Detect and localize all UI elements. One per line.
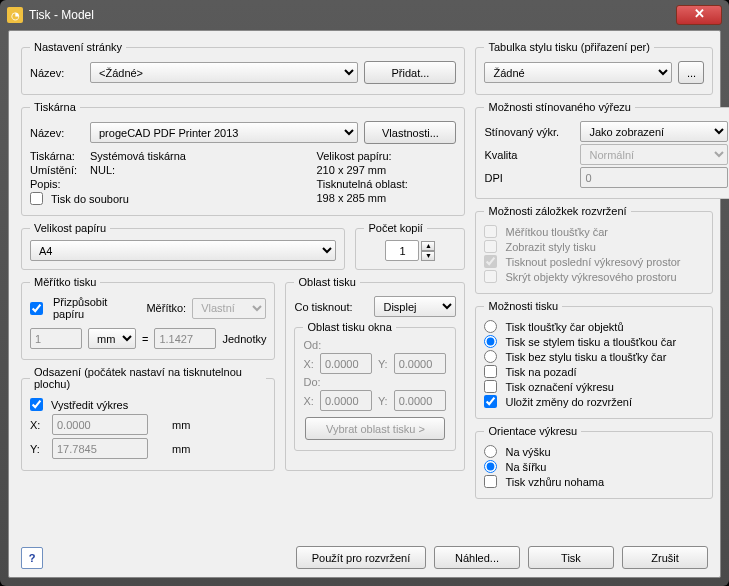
input-y1 — [394, 353, 446, 374]
legend-scale: Měřítko tisku — [30, 276, 100, 288]
printer-properties-button[interactable]: Vlastnosti... — [364, 121, 456, 144]
checkbox-upside-down[interactable] — [484, 475, 497, 488]
legend-copies: Počet kopií — [364, 222, 426, 234]
input-dpi — [580, 167, 728, 188]
add-page-button[interactable]: Přidat... — [364, 61, 456, 84]
label-offset-y: Y: — [30, 443, 46, 455]
checkbox-save-changes[interactable] — [484, 395, 497, 408]
checkbox-print-last — [484, 255, 497, 268]
label-printable-area: Tisknutelná oblast: — [316, 178, 407, 190]
legend-plot-options: Možnosti tisku — [484, 300, 562, 312]
label-paper-size: Velikost papíru: — [316, 150, 391, 162]
label-shadeplot: Stínovaný výkr. — [484, 126, 574, 138]
checkbox-fit-paper[interactable] — [30, 302, 43, 315]
label-printer: Tiskárna: — [30, 150, 84, 162]
select-scale: Vlastní — [192, 298, 266, 319]
titlebar[interactable]: ◔ Tisk - Model ✕ — [1, 1, 728, 29]
legend-paper-size: Velikost papíru — [30, 222, 110, 234]
input-offset-y — [52, 438, 148, 459]
checkbox-show-styles — [484, 240, 497, 253]
value-location: NUL: — [90, 164, 115, 176]
label-what-print: Co tisknout: — [294, 301, 352, 313]
group-paper-size: Velikost papíru A4 — [21, 222, 345, 270]
label-desc: Popis: — [30, 178, 84, 190]
input-x1 — [320, 353, 372, 374]
checkbox-stamp[interactable] — [484, 380, 497, 393]
radio-portrait[interactable] — [484, 445, 497, 458]
legend-style-table: Tabulka stylu tisku (přiřazení per) — [484, 41, 653, 53]
dialog-body: Nastavení stránky Název: <Žádné> Přidat.… — [8, 30, 721, 578]
preview-button[interactable]: Náhled... — [434, 546, 520, 569]
label-offset-unit-y: mm — [172, 443, 190, 455]
group-printer: Tiskárna Název: progeCAD PDF Printer 201… — [21, 101, 465, 216]
print-button[interactable]: Tisk — [528, 546, 614, 569]
legend-page-setup: Nastavení stránky — [30, 41, 126, 53]
select-shadeplot[interactable]: Jako zobrazení — [580, 121, 728, 142]
group-orientation: Orientace výkresu Na výšku Na šířku Tisk… — [475, 425, 713, 499]
checkbox-print-to-file[interactable] — [30, 192, 43, 205]
label-y1: Y: — [378, 358, 388, 370]
label-units: Jednotky — [222, 333, 266, 345]
value-printer: Systémová tiskárna — [90, 150, 186, 162]
footer: ? Použít pro rozvržení Náhled... Tisk Zr… — [21, 546, 708, 569]
group-style-table: Tabulka stylu tisku (přiřazení per) Žádn… — [475, 41, 713, 95]
label-x2: X: — [303, 395, 313, 407]
select-printer[interactable]: progeCAD PDF Printer 2013 — [90, 122, 358, 143]
radio-with-style[interactable] — [484, 335, 497, 348]
group-page-setup: Nastavení stránky Název: <Žádné> Přidat.… — [21, 41, 465, 95]
label-printer-name: Název: — [30, 127, 84, 139]
dialog-window: ◔ Tisk - Model ✕ Nastavení stránky Název… — [0, 0, 729, 586]
group-scale: Měřítko tisku Přizpůsobit papíru Měřítko… — [21, 276, 275, 360]
copies-spinner[interactable]: ▲▼ — [421, 241, 435, 261]
select-paper-size[interactable]: A4 — [30, 240, 336, 261]
label-dpi: DPI — [484, 172, 574, 184]
checkbox-center[interactable] — [30, 398, 43, 411]
apply-layout-button[interactable]: Použít pro rozvržení — [296, 546, 426, 569]
label-from: Od: — [303, 339, 447, 351]
group-plot-area: Oblast tisku Co tisknout: Displej Oblast… — [285, 276, 465, 471]
window-title: Tisk - Model — [29, 8, 94, 22]
radio-lw-objects[interactable] — [484, 320, 497, 333]
select-style-table[interactable]: Žádné — [484, 62, 672, 83]
group-offset: Odsazení (počátek nastaví na tisknutelno… — [21, 366, 275, 471]
group-plot-options: Možnosti tisku Tisk tloušťky čar objektů… — [475, 300, 713, 419]
group-window-area: Oblast tisku okna Od: X: Y: Do: X: — [294, 321, 456, 451]
label-fit-paper: Přizpůsobit papíru — [53, 296, 134, 320]
label-to: Do: — [303, 376, 447, 388]
label-center: Vystředit výkres — [51, 399, 128, 411]
label-quality: Kvalita — [484, 149, 574, 161]
label-offset-x: X: — [30, 419, 46, 431]
style-table-more-button[interactable]: ... — [678, 61, 704, 84]
input-offset-x — [52, 414, 148, 435]
group-copies: Počet kopií ▲▼ — [355, 222, 465, 270]
label-x1: X: — [303, 358, 313, 370]
pick-window-button: Vybrat oblast tisku > — [305, 417, 445, 440]
select-what-print[interactable]: Displej — [374, 296, 456, 317]
value-paper-size: 210 x 297 mm — [316, 164, 386, 176]
legend-shaded: Možnosti stínovaného výřezu — [484, 101, 634, 113]
input-copies[interactable] — [385, 240, 419, 261]
select-scale-unit[interactable]: mm — [88, 328, 136, 349]
spin-up-icon[interactable]: ▲ — [421, 241, 435, 251]
label-location: Umístění: — [30, 164, 84, 176]
value-printable-area: 198 x 285 mm — [316, 192, 386, 204]
checkbox-background[interactable] — [484, 365, 497, 378]
select-page-name[interactable]: <Žádné> — [90, 62, 358, 83]
legend-printer: Tiskárna — [30, 101, 80, 113]
input-y2 — [394, 390, 446, 411]
legend-tab-options: Možnosti záložkek rozvržení — [484, 205, 630, 217]
input-scale-right — [154, 328, 216, 349]
close-button[interactable]: ✕ — [676, 5, 722, 25]
select-quality: Normální — [580, 144, 728, 165]
spin-down-icon[interactable]: ▼ — [421, 251, 435, 261]
radio-without-style[interactable] — [484, 350, 497, 363]
checkbox-lw-scale — [484, 225, 497, 238]
input-x2 — [320, 390, 372, 411]
cancel-button[interactable]: Zrušit — [622, 546, 708, 569]
input-scale-left — [30, 328, 82, 349]
legend-orientation: Orientace výkresu — [484, 425, 581, 437]
help-button[interactable]: ? — [21, 547, 43, 569]
label-y2: Y: — [378, 395, 388, 407]
radio-landscape[interactable] — [484, 460, 497, 473]
group-shaded: Možnosti stínovaného výřezu Stínovaný vý… — [475, 101, 729, 199]
